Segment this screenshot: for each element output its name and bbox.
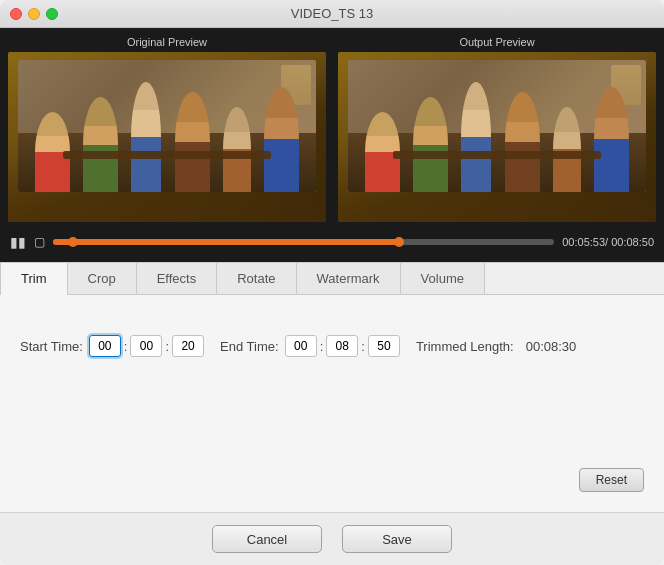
window-title: VIDEO_TS 13 [291, 6, 373, 21]
stop-button[interactable]: ▢ [34, 236, 45, 248]
original-preview-label: Original Preview [8, 36, 326, 52]
reset-button[interactable]: Reset [579, 468, 644, 492]
start-sep-1: : [124, 339, 128, 354]
end-time-label: End Time: [220, 339, 279, 354]
app-window: VIDEO_TS 13 Original Preview [0, 0, 664, 565]
trimmed-length-value: 00:08:30 [526, 339, 577, 354]
progress-fill [53, 239, 399, 245]
tab-crop[interactable]: Crop [68, 263, 137, 294]
video-area: Original Preview [0, 28, 664, 222]
right-trim-handle[interactable] [394, 237, 404, 247]
end-hours-input[interactable] [285, 335, 317, 357]
original-preview-frame [8, 52, 326, 222]
time-display: 00:05:53/ 00:08:50 [562, 236, 654, 248]
start-hours-input[interactable] [89, 335, 121, 357]
tab-rotate[interactable]: Rotate [217, 263, 296, 294]
tab-watermark[interactable]: Watermark [297, 263, 401, 294]
start-time-label: Start Time: [20, 339, 83, 354]
maximize-button[interactable] [46, 8, 58, 20]
start-time-inputs: : : [89, 335, 204, 357]
trimmed-length-group: Trimmed Length: 00:08:30 [416, 339, 576, 354]
cancel-button[interactable]: Cancel [212, 525, 322, 553]
tabs-panel: Trim Crop Effects Rotate Watermark Volum… [0, 262, 664, 512]
minimize-button[interactable] [28, 8, 40, 20]
start-seconds-input[interactable] [172, 335, 204, 357]
title-bar: VIDEO_TS 13 [0, 0, 664, 28]
trimmed-length-label: Trimmed Length: [416, 339, 514, 354]
original-preview-pane: Original Preview [8, 36, 326, 222]
close-button[interactable] [10, 8, 22, 20]
save-button[interactable]: Save [342, 525, 452, 553]
end-time-group: End Time: : : [220, 335, 400, 357]
play-button[interactable]: ▮▮ [10, 235, 26, 249]
traffic-lights [10, 8, 58, 20]
bottom-buttons: Cancel Save [0, 512, 664, 565]
end-sep-1: : [320, 339, 324, 354]
trim-tab-content: Start Time: : : End Time: : [0, 295, 664, 512]
progress-bar[interactable] [53, 239, 554, 245]
tabs-header: Trim Crop Effects Rotate Watermark Volum… [0, 263, 664, 295]
left-trim-handle[interactable] [68, 237, 78, 247]
output-preview-label: Output Preview [338, 36, 656, 52]
reset-area: Reset [20, 448, 644, 492]
tab-volume[interactable]: Volume [401, 263, 485, 294]
start-minutes-input[interactable] [130, 335, 162, 357]
output-preview-frame [338, 52, 656, 222]
end-sep-2: : [361, 339, 365, 354]
start-time-group: Start Time: : : [20, 335, 204, 357]
controls-bar: ▮▮ ▢ 00:05:53/ 00:08:50 [0, 222, 664, 262]
time-fields-row: Start Time: : : End Time: : [20, 335, 644, 357]
output-preview-pane: Output Preview [338, 36, 656, 222]
end-time-inputs: : : [285, 335, 400, 357]
tab-trim[interactable]: Trim [0, 263, 68, 294]
end-seconds-input[interactable] [368, 335, 400, 357]
start-sep-2: : [165, 339, 169, 354]
end-minutes-input[interactable] [326, 335, 358, 357]
tab-effects[interactable]: Effects [137, 263, 218, 294]
